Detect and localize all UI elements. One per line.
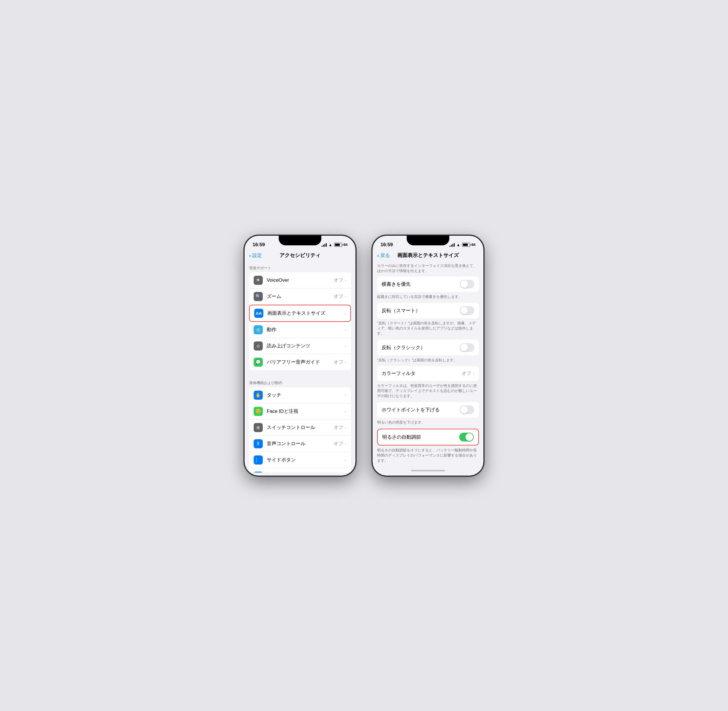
voice-icon: 🎙 <box>254 439 263 448</box>
section-header-physical: 身体機能および動作 <box>245 376 356 387</box>
invert-smart-label: 反転（スマート） <box>382 307 460 314</box>
zoom-chevron: › <box>345 294 346 299</box>
invert-smart-toggle[interactable] <box>460 306 474 315</box>
invert-classic-desc: "反転（クラシック）"は画面の色を反転します。 <box>372 357 483 366</box>
row-spoken[interactable]: ⊙ 読み上げコンテンツ › <box>249 338 351 354</box>
row-display[interactable]: AA 画面表示とテキストサイズ › <box>249 305 351 322</box>
nav-header-right: ‹ 戻る 画面表示とテキストサイズ <box>372 250 483 261</box>
display-chevron: › <box>344 311 346 316</box>
audio-chevron: › <box>345 360 346 364</box>
motion-chevron: › <box>345 327 346 332</box>
row-color-filter[interactable]: カラーフィルタ オフ › <box>377 366 479 381</box>
row-white-point[interactable]: ホワイトポイントを下げる <box>377 402 479 417</box>
color-filter-chevron: › <box>473 371 474 376</box>
voice-label: 音声コントロール <box>267 440 334 447</box>
page-title-left: アクセシビリティ <box>279 252 320 259</box>
row-invert-classic[interactable]: 反転（クラシック） <box>377 340 479 356</box>
group-horizontal: 横書きを優先 <box>377 276 479 292</box>
back-chevron-right: ‹ <box>377 252 379 258</box>
color-filter-desc: カラーフィルタは、色覚異常のユーザが色を識別するのに使用可能で、ディスプレイ上で… <box>372 382 483 402</box>
battery-icon-right: 84 <box>462 243 475 247</box>
back-label-right: 戻る <box>380 252 390 259</box>
group-invert-classic: 反転（クラシック） <box>377 340 479 356</box>
row-horizontal[interactable]: 横書きを優先 <box>377 276 479 292</box>
audio-label: バリアフリー音声ガイド <box>267 359 334 365</box>
row-touch[interactable]: ✋ タッチ › <box>249 387 351 403</box>
invert-classic-label: 反転（クラシック） <box>382 344 460 351</box>
battery-pct-left: 84 <box>344 243 347 247</box>
content-right: カラーのみに依存するインターフェイス項目を置き換えて、ほかの方法で情報を伝えます… <box>372 261 483 472</box>
row-audio[interactable]: 💬 バリアフリー音声ガイド オフ › <box>249 354 351 370</box>
page-title-right: 画面表示とテキストサイズ <box>397 252 459 259</box>
faceid-icon: 😊 <box>254 407 263 416</box>
row-auto-brightness[interactable]: 明るさの自動調節 <box>378 429 478 445</box>
row-side[interactable]: ⎸ サイドボタン › <box>249 452 351 468</box>
wifi-icon-right: ▲ <box>456 242 461 247</box>
invert-smart-desc: "反転（スマート）"は画面の色を反転しますが、画像、メディア、暗い色のスタイルを… <box>372 320 483 340</box>
wifi-icon: ▲ <box>328 242 332 247</box>
white-point-desc: 明るい色の明度を下げます。 <box>372 419 483 428</box>
group-auto-brightness: 明るさの自動調節 <box>377 429 479 445</box>
signal-icon-right <box>450 243 455 247</box>
status-icons-left: ▲ 84 <box>322 242 347 247</box>
time-left: 16:59 <box>253 242 265 248</box>
row-switch[interactable]: ⊞ スイッチコントロール オフ › <box>249 420 351 436</box>
group-color-filter: カラーフィルタ オフ › <box>377 366 479 381</box>
voiceover-value: オフ <box>334 277 343 283</box>
voiceover-label: VoiceOver <box>267 277 334 283</box>
white-point-toggle[interactable] <box>460 406 474 414</box>
back-button-right[interactable]: ‹ 戻る <box>377 252 390 259</box>
home-indicator-right <box>372 466 483 472</box>
right-phone: 16:59 ▲ 84 <box>372 236 483 476</box>
zoom-label: ズーム <box>267 293 334 299</box>
row-voiceover[interactable]: 👁 VoiceOver オフ › <box>249 272 351 289</box>
spoken-chevron: › <box>345 344 346 348</box>
zoom-value: オフ <box>334 293 343 299</box>
voiceover-chevron: › <box>345 278 346 283</box>
nearby-icon: 📱 <box>254 472 263 472</box>
color-filter-value: オフ <box>462 370 471 377</box>
horizontal-toggle[interactable] <box>460 280 474 289</box>
white-point-label: ホワイトポイントを下げる <box>382 407 460 413</box>
spoken-icon: ⊙ <box>254 341 263 351</box>
side-icon: ⎸ <box>254 456 263 465</box>
switch-label: スイッチコントロール <box>267 424 334 431</box>
content-left: 視覚サポート 👁 VoiceOver オフ › 🔍 ズーム オフ › <box>245 261 356 472</box>
row-faceid[interactable]: 😊 Face IDと注視 › <box>249 403 351 420</box>
side-label: サイドボタン <box>267 457 345 463</box>
section-header-visual: 視覚サポート <box>245 261 356 272</box>
touch-chevron: › <box>345 392 346 397</box>
auto-brightness-desc: 明るさの自動調節をオフにすると、バッテリー駆動時間や長時間のディスプレイのパフォ… <box>372 447 483 467</box>
horizontal-desc: 縦書きに対応している言語で横書きを優先します。 <box>372 293 483 303</box>
audio-icon: 💬 <box>254 358 263 367</box>
back-button-left[interactable]: ‹ 設定 <box>249 252 262 259</box>
row-nearby[interactable]: 📱 近くのデバイスを操作 › <box>249 468 351 472</box>
notch-right <box>407 236 449 245</box>
voice-chevron: › <box>345 441 346 446</box>
horizontal-label: 横書きを優先 <box>382 281 460 288</box>
status-icons-right: ▲ 84 <box>450 242 475 247</box>
spoken-label: 読み上げコンテンツ <box>267 342 345 349</box>
visual-support-group: 👁 VoiceOver オフ › 🔍 ズーム オフ › AA 画面表示とテキスト… <box>249 272 351 370</box>
touch-icon: ✋ <box>254 391 263 400</box>
motion-icon: ◎ <box>254 325 263 334</box>
color-filter-label: カラーフィルタ <box>382 370 462 377</box>
physical-group: ✋ タッチ › 😊 Face IDと注視 › ⊞ スイッチコントロール オフ › <box>249 387 351 472</box>
nav-header-left: ‹ 設定 アクセシビリティ <box>245 250 356 261</box>
row-invert-smart[interactable]: 反転（スマート） <box>377 303 479 319</box>
voiceover-icon: 👁 <box>254 276 263 285</box>
row-voice[interactable]: 🎙 音声コントロール オフ › <box>249 436 351 452</box>
back-chevron-left: ‹ <box>249 252 251 258</box>
row-motion[interactable]: ◎ 動作 › <box>249 322 351 338</box>
voice-value: オフ <box>334 440 343 447</box>
zoom-icon: 🔍 <box>254 292 263 301</box>
battery-icon: 84 <box>334 243 347 247</box>
back-label-left: 設定 <box>252 252 262 259</box>
left-phone-screen: 16:59 ▲ 84 <box>245 236 356 476</box>
auto-brightness-toggle[interactable] <box>459 433 474 441</box>
row-zoom[interactable]: 🔍 ズーム オフ › <box>249 289 351 305</box>
group-invert-smart: 反転（スマート） <box>377 303 479 319</box>
right-phone-screen: 16:59 ▲ 84 <box>372 236 483 476</box>
faceid-chevron: › <box>345 409 346 414</box>
invert-classic-toggle[interactable] <box>460 343 474 352</box>
